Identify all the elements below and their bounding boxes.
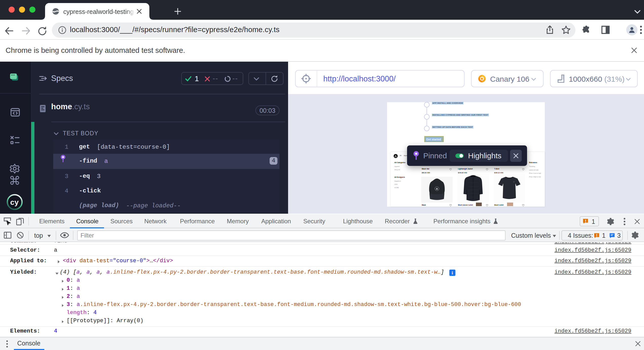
svg-text:cy: cy [10, 198, 19, 206]
